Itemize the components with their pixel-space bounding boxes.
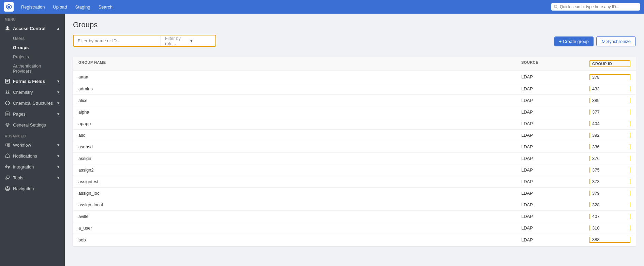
- sidebar-item-navigation[interactable]: Navigation: [0, 183, 65, 194]
- cell-group-id: 389: [589, 98, 630, 103]
- filter-name-input[interactable]: [74, 35, 161, 46]
- cell-source: LDAP: [521, 167, 589, 173]
- cell-source: LDAP: [521, 74, 589, 79]
- cell-group-id: 378: [589, 74, 630, 80]
- table-row[interactable]: assigntest LDAP 373: [73, 176, 636, 188]
- svg-point-2: [554, 5, 557, 8]
- cell-source: LDAP: [521, 121, 589, 126]
- cell-group-id: 328: [589, 202, 630, 207]
- sidebar-item-auth-providers[interactable]: Authentication Providers: [0, 61, 65, 76]
- integration-icon: [5, 164, 10, 169]
- global-search-input[interactable]: [560, 4, 637, 9]
- tools-icon: [5, 175, 10, 180]
- cell-source: LDAP: [521, 202, 589, 207]
- filter-role-select[interactable]: Filter by role... ▼: [161, 36, 215, 46]
- table-row[interactable]: asdasd LDAP 336: [73, 141, 636, 153]
- table-row[interactable]: aaaa LDAP 378: [73, 71, 636, 83]
- svg-point-15: [5, 166, 7, 167]
- chemistry-icon: [5, 89, 10, 95]
- nav-upload[interactable]: Upload: [49, 3, 70, 11]
- svg-point-13: [7, 124, 9, 126]
- nav-staging[interactable]: Staging: [72, 3, 94, 11]
- table-body: aaaa LDAP 378 admins LDAP 433 alice LDAP…: [73, 71, 636, 246]
- sidebar-item-users[interactable]: Users: [0, 34, 65, 43]
- main-content: Groups Filter by role... ▼ + Create grou…: [65, 14, 644, 266]
- dropdown-arrow-icon: ▼: [190, 39, 212, 43]
- chevron-down-icon-integ: ▼: [57, 165, 60, 169]
- svg-line-3: [557, 8, 557, 8]
- table-row[interactable]: bob LDAP 388: [73, 234, 636, 246]
- sidebar-item-chemical-structures[interactable]: Chemical Structures ▼: [0, 98, 65, 108]
- table-row[interactable]: asd LDAP 392: [73, 130, 636, 141]
- sidebar-item-integration[interactable]: Integration ▼: [0, 161, 65, 172]
- chevron-down-icon-chemical: ▼: [57, 101, 60, 105]
- sidebar-item-notifications[interactable]: Notifications ▼: [0, 150, 65, 161]
- cell-group-id: 407: [589, 214, 630, 219]
- cell-group-id: 433: [589, 86, 630, 91]
- svg-rect-10: [6, 112, 9, 116]
- sidebar-item-workflow[interactable]: Workflow ▼: [0, 139, 65, 150]
- action-bar: + Create group ↻ Synchronize: [554, 36, 636, 46]
- cell-group-id: 376: [589, 156, 630, 161]
- sidebar-item-general-settings[interactable]: General Settings: [0, 119, 65, 130]
- sidebar-item-forms-fields[interactable]: Forms & Fields ▼: [0, 76, 65, 87]
- nav-search[interactable]: Search: [95, 3, 116, 11]
- app-logo[interactable]: [4, 2, 14, 12]
- cell-group-id: 379: [589, 191, 630, 196]
- chevron-down-icon-notif: ▼: [57, 154, 60, 158]
- sidebar-item-tools[interactable]: Tools ▼: [0, 172, 65, 183]
- search-icon: [554, 5, 558, 9]
- cell-group-name: alice: [78, 98, 521, 103]
- create-group-button[interactable]: + Create group: [554, 36, 594, 46]
- chevron-up-icon: ▲: [57, 27, 60, 30]
- svg-point-4: [6, 26, 9, 28]
- cell-source: LDAP: [521, 214, 589, 219]
- table-row[interactable]: assign2 LDAP 375: [73, 164, 636, 176]
- cell-group-name: avillei: [78, 214, 521, 219]
- cell-source: LDAP: [521, 156, 589, 161]
- svg-marker-19: [6, 187, 9, 190]
- table-row[interactable]: admins LDAP 433: [73, 83, 636, 95]
- sidebar-item-projects[interactable]: Projects: [0, 52, 65, 61]
- cell-source: LDAP: [521, 191, 589, 196]
- cell-group-id: 404: [589, 121, 630, 126]
- table-row[interactable]: assign_local LDAP 328: [73, 199, 636, 211]
- pages-icon: [5, 111, 10, 117]
- synchronize-button[interactable]: ↻ Synchronize: [596, 36, 636, 46]
- chevron-down-icon-workflow: ▼: [57, 143, 60, 147]
- forms-icon: [5, 78, 10, 84]
- table-row[interactable]: assign LDAP 376: [73, 153, 636, 164]
- cell-group-name: asdasd: [78, 144, 521, 149]
- cell-group-id: 388: [589, 237, 630, 243]
- groups-table: GROUP NAME SOURCE GROUP ID aaaa LDAP 378…: [73, 57, 636, 246]
- cell-group-id: 373: [589, 179, 630, 184]
- cell-group-name: bob: [78, 237, 521, 242]
- advanced-label: ADVANCED: [0, 130, 65, 139]
- cell-source: LDAP: [521, 109, 589, 115]
- navigation-icon: [5, 186, 10, 191]
- cell-group-name: assign_local: [78, 202, 521, 207]
- table-header: GROUP NAME SOURCE GROUP ID: [73, 57, 636, 71]
- sidebar-item-chemistry[interactable]: Chemistry ▼: [0, 87, 65, 98]
- sidebar-item-access-control[interactable]: Access Control ▲: [0, 23, 65, 34]
- workflow-icon: [5, 142, 10, 148]
- cell-group-name: apapp: [78, 121, 521, 126]
- sidebar-item-pages[interactable]: Pages ▼: [0, 108, 65, 119]
- table-row[interactable]: alice LDAP 389: [73, 95, 636, 106]
- sidebar-item-groups[interactable]: Groups: [0, 43, 65, 52]
- svg-point-16: [8, 166, 10, 167]
- cell-group-name: aaaa: [78, 74, 521, 79]
- table-row[interactable]: alpha LDAP 377: [73, 106, 636, 118]
- table-row[interactable]: a_user LDAP 310: [73, 222, 636, 234]
- table-row[interactable]: assign_loc LDAP 379: [73, 188, 636, 199]
- col-group-id: GROUP ID: [589, 60, 630, 67]
- top-navigation: Registration Upload Staging Search: [0, 0, 644, 14]
- cell-source: LDAP: [521, 98, 589, 103]
- nav-registration[interactable]: Registration: [18, 3, 48, 11]
- chevron-down-icon: ▼: [57, 79, 60, 83]
- chemical-icon: [5, 100, 10, 106]
- cell-group-name: assign2: [78, 167, 521, 173]
- cell-group-id: 375: [589, 167, 630, 173]
- table-row[interactable]: avillei LDAP 407: [73, 211, 636, 222]
- table-row[interactable]: apapp LDAP 404: [73, 118, 636, 130]
